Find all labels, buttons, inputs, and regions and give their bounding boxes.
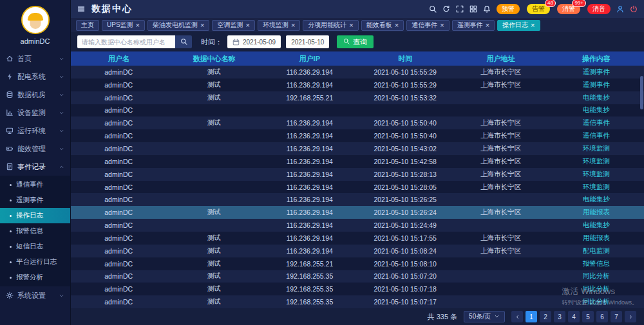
table-row[interactable]: adminDC116.236.29.1942021-05-10 15:28:05…: [71, 181, 644, 194]
search-group: [77, 35, 192, 48]
date-to-input[interactable]: 2021-05-10: [286, 35, 329, 48]
table-scrollbar[interactable]: [640, 76, 643, 109]
bell-icon[interactable]: [483, 5, 491, 13]
tab-空调监测[interactable]: 空调监测×: [212, 20, 254, 31]
tab-close-icon[interactable]: ×: [531, 22, 535, 29]
fullscreen-icon[interactable]: [456, 5, 464, 13]
tab-操作日志[interactable]: 操作日志×: [497, 20, 540, 31]
sidebar-subitem-alarm-info[interactable]: 报警信息: [0, 223, 70, 239]
tab-close-icon[interactable]: ×: [395, 22, 399, 29]
column-header: 用户IP: [262, 54, 357, 64]
sidebar-item-operating-environment[interactable]: 运行环境: [0, 122, 70, 140]
clear-alarm-button[interactable]: 消警99+: [557, 4, 580, 14]
tab-close-icon[interactable]: ×: [136, 22, 140, 29]
bullet-dot: [10, 200, 12, 201]
apps-grid-icon[interactable]: [469, 5, 477, 13]
tab-close-icon[interactable]: ×: [200, 22, 204, 29]
sidebar-item-event-records[interactable]: 事件记录: [0, 158, 70, 176]
search-input[interactable]: [77, 35, 175, 48]
table-row[interactable]: adminDC116.236.29.1942021-05-10 15:43:02…: [71, 142, 644, 155]
mute-button[interactable]: 消音: [587, 4, 611, 14]
tab-能效看板[interactable]: 能效看板×: [361, 20, 404, 31]
pager-page-2[interactable]: 2: [540, 311, 551, 322]
table-cell: 上海市长宁区: [453, 208, 548, 217]
table-cell: adminDC: [71, 132, 166, 140]
main-area: 数据中心 预警告警48消警99+消音 主页UPS监测×柴油发电机监测×空调监测×…: [71, 0, 644, 325]
sidebar-toggle-icon[interactable]: [77, 5, 85, 13]
table-row[interactable]: adminDC测试192.168.255.352021-05-10 15:07:…: [71, 283, 644, 295]
table-cell: 2021-05-10 15:07:20: [357, 272, 453, 280]
tab-遥测事件[interactable]: 遥测事件×: [452, 20, 495, 31]
tab-环境监测[interactable]: 环境监测×: [258, 20, 300, 31]
tab-UPS监测[interactable]: UPS监测×: [102, 20, 145, 31]
table-row[interactable]: adminDC116.236.29.1942021-05-10 15:50:40…: [71, 129, 644, 142]
table-row[interactable]: adminDC116.236.29.1942021-05-10 15:42:58…: [71, 155, 644, 168]
sidebar-subitem-sms-log[interactable]: 短信日志: [0, 239, 70, 254]
sidebar-item-device-monitoring[interactable]: 设备监测: [0, 104, 70, 122]
sidebar-subitem-operation-log[interactable]: 操作日志: [0, 208, 70, 223]
table-row[interactable]: adminDC测试192.168.255.352021-05-10 15:07:…: [71, 295, 644, 308]
tab-柴油发电机监测[interactable]: 柴油发电机监测×: [147, 20, 209, 31]
table-row[interactable]: adminDC测试116.236.29.1942021-05-10 15:55:…: [71, 79, 644, 91]
pre-alarm-button[interactable]: 预警: [497, 4, 520, 14]
table-row[interactable]: adminDC116.236.29.1942021-05-10 15:28:13…: [71, 168, 644, 181]
document-icon: [6, 163, 14, 171]
sidebar-item-home[interactable]: 首页: [0, 50, 70, 68]
tab-close-icon[interactable]: ×: [349, 22, 353, 29]
sidebar-subitem-telemetry-events[interactable]: 遥测事件: [0, 192, 70, 208]
table-row[interactable]: adminDC116.236.29.1942021-05-10 15:26:25…: [71, 193, 644, 206]
tab-close-icon[interactable]: ×: [291, 22, 295, 29]
sidebar-subitem-alarm-analysis[interactable]: 报警分析: [0, 270, 70, 285]
sidebar-subitem-platform-run-log[interactable]: 平台运行日志: [0, 254, 70, 270]
page-size-select[interactable]: 50条/页: [464, 311, 505, 322]
table-row[interactable]: adminDC电能集抄: [71, 104, 644, 117]
username: adminDC: [0, 37, 70, 45]
tab-close-icon[interactable]: ×: [440, 22, 444, 29]
table-row[interactable]: adminDC测试116.236.29.1942021-05-10 15:50:…: [71, 116, 644, 129]
avatar-face: [30, 21, 41, 29]
table-cell: 测试: [166, 234, 261, 243]
tab-分项用能统计[interactable]: 分项用能统计×: [303, 20, 358, 31]
table-cell: adminDC: [71, 298, 166, 306]
table-cell: 用能报表: [549, 208, 644, 217]
sidebar-item-label: 配电系统: [17, 72, 55, 82]
tab-close-icon[interactable]: ×: [245, 22, 249, 29]
user-icon[interactable]: [616, 5, 624, 13]
query-button[interactable]: 查询: [337, 35, 374, 48]
tab-label: 环境监测: [263, 21, 289, 30]
tab-close-icon[interactable]: ×: [486, 22, 489, 29]
sidebar-subitem-comm-events[interactable]: 通信事件: [0, 177, 70, 192]
tab-通信事件[interactable]: 通信事件×: [406, 20, 449, 31]
table-row[interactable]: adminDC测试116.236.29.1942021-05-10 15:55:…: [71, 66, 644, 79]
pager-page-1[interactable]: 1: [526, 311, 537, 322]
table-row[interactable]: adminDC测试192.168.255.212021-05-10 15:53:…: [71, 91, 644, 104]
table-cell: 电能集抄: [549, 221, 644, 230]
table-cell: 2021-05-10 15:26:24: [357, 209, 453, 216]
table-row[interactable]: adminDC测试116.236.29.1942021-05-10 15:26:…: [71, 206, 644, 219]
pager-page-4[interactable]: 4: [568, 311, 580, 322]
table-row[interactable]: adminDC测试192.168.255.212021-05-10 15:08:…: [71, 257, 644, 270]
pager-page-5[interactable]: 5: [582, 311, 594, 322]
pager-page-3[interactable]: 3: [554, 311, 565, 322]
search-icon[interactable]: [429, 5, 437, 13]
sidebar-item-energy-management[interactable]: 能效管理: [0, 140, 70, 158]
tab-主页[interactable]: 主页: [76, 20, 99, 31]
table-row[interactable]: adminDC测试116.236.29.1942021-05-10 15:08:…: [71, 245, 644, 257]
alarm-button[interactable]: 告警48: [527, 4, 550, 14]
sidebar-item-data-room[interactable]: 数据机房: [0, 86, 70, 104]
search-button[interactable]: [175, 35, 192, 48]
pager-page-7[interactable]: 7: [611, 311, 622, 322]
pager-page-6[interactable]: 6: [596, 311, 608, 322]
table-cell: 电能集抄: [549, 195, 644, 204]
table-row[interactable]: adminDC测试116.236.29.1942021-05-10 15:17:…: [71, 232, 644, 245]
pager-next[interactable]: [625, 311, 636, 322]
sidebar-item-system-settings[interactable]: 系统设置: [0, 286, 70, 304]
table-row[interactable]: adminDC测试192.168.255.352021-05-10 15:07:…: [71, 270, 644, 283]
date-from-input[interactable]: 2021-05-09: [227, 35, 281, 48]
pager-prev[interactable]: [511, 311, 523, 322]
logout-icon[interactable]: [630, 5, 638, 13]
sidebar-item-power-distribution[interactable]: 配电系统: [0, 68, 70, 86]
table-row[interactable]: adminDC116.236.29.1942021-05-10 15:24:49…: [71, 219, 644, 232]
sidebar-nav: 首页配电系统数据机房设备监测运行环境能效管理事件记录通信事件遥测事件操作日志报警…: [0, 50, 70, 325]
refresh-icon[interactable]: [442, 5, 450, 13]
